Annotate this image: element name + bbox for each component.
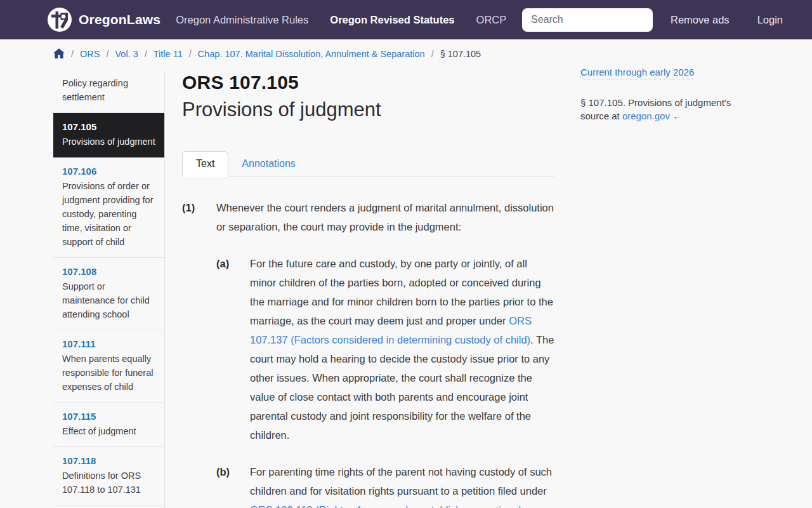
annotations-count-badge: 19 bbox=[298, 152, 324, 177]
tab-text[interactable]: Text bbox=[182, 151, 228, 177]
sidebar-item-107-111[interactable]: 107.111 When parents equally responsible… bbox=[53, 330, 164, 403]
nav-item-oregon-revised-statutes[interactable]: Oregon Revised Statutes bbox=[330, 14, 454, 26]
sidebar-item-107-118[interactable]: 107.118 Definitions for ORS 107.118 to 1… bbox=[53, 447, 164, 505]
sidebar-item-title: Provisions of order or judgment providin… bbox=[62, 181, 153, 247]
statute-content: ORS 107.105 Provisions of judgment Text … bbox=[182, 72, 554, 508]
sidebar-item-107-108[interactable]: 107.108 Support or maintenance for child… bbox=[53, 258, 164, 330]
source-note: § 107.105. Provisions of judgment's sour… bbox=[580, 96, 761, 123]
sidebar-item-title: Policy regarding settlement bbox=[62, 78, 128, 102]
breadcrumb-link-title-11[interactable]: Title 11 bbox=[154, 49, 183, 59]
breadcrumb-separator: / bbox=[145, 49, 147, 59]
link-ors-109-119[interactable]: ORS 109.119 (Rights of person who establ… bbox=[250, 504, 521, 508]
paragraph-1b: (b) For parenting time rights of the par… bbox=[216, 462, 554, 508]
tab-annotations[interactable]: Annotations bbox=[239, 152, 298, 177]
breadcrumb-separator: / bbox=[189, 49, 192, 59]
statute-sidebar: Policy regarding settlement 107.105 Prov… bbox=[53, 72, 165, 508]
sidebar-item-title: When parents equally responsible for fun… bbox=[62, 354, 153, 392]
sidebar-item-107-121[interactable]: 107.121 bbox=[53, 505, 164, 508]
sidebar-item-number: 107.108 bbox=[62, 265, 155, 278]
remove-ads-link[interactable]: Remove ads bbox=[671, 14, 730, 26]
breadcrumb-separator: / bbox=[431, 49, 434, 59]
sidebar-item-number: 107.111 bbox=[62, 337, 155, 351]
sidebar-item-title: Provisions of judgment bbox=[62, 137, 155, 147]
sidebar-item-number: 107.118 bbox=[62, 454, 155, 467]
paragraph-marker: (1) bbox=[182, 198, 216, 236]
breadcrumb-link-ors[interactable]: ORS bbox=[80, 49, 100, 59]
sidebar-item-number: 107.115 bbox=[62, 410, 155, 423]
home-icon[interactable] bbox=[53, 48, 65, 59]
sidebar-item-number: 107.106 bbox=[62, 164, 155, 178]
primary-nav: Oregon Administrative Rules Oregon Revis… bbox=[176, 14, 506, 26]
sidebar-item-107-106[interactable]: 107.106 Provisions of order or judgment … bbox=[53, 157, 164, 258]
sidebar-item-policy-regarding-settlement[interactable]: Policy regarding settlement bbox=[53, 72, 164, 113]
paragraph-1: (1) Whenever the court renders a judgmen… bbox=[182, 198, 554, 236]
nav-item-oregon-administrative-rules[interactable]: Oregon Administrative Rules bbox=[176, 14, 308, 26]
sidebar-item-title: Effect of judgment bbox=[62, 426, 136, 436]
search-input[interactable] bbox=[522, 8, 653, 32]
brand[interactable]: OregonLaws bbox=[47, 7, 160, 32]
breadcrumb-link-vol-3[interactable]: Vol. 3 bbox=[115, 49, 138, 59]
oregon-gov-link[interactable]: oregon.gov ← bbox=[622, 110, 682, 121]
paragraph-text: For parenting time rights of the parent … bbox=[250, 462, 554, 508]
sidebar-item-107-105[interactable]: 107.105 Provisions of judgment bbox=[53, 113, 164, 157]
breadcrumb-separator: / bbox=[71, 49, 74, 59]
sidebar-item-title: Support or maintenance for child attendi… bbox=[62, 281, 150, 319]
breadcrumb-separator: / bbox=[106, 49, 108, 59]
paragraph-text: Whenever the court renders a judgment of… bbox=[216, 198, 554, 236]
right-aside: Current through early 2026 § 107.105. Pr… bbox=[580, 67, 761, 123]
paragraph-text-run: For parenting time rights of the parent … bbox=[250, 466, 552, 497]
page-subtitle: Provisions of judgment bbox=[182, 98, 554, 121]
top-navbar: OregonLaws Oregon Administrative Rules O… bbox=[0, 0, 812, 39]
paragraph-text-run: Whenever the court renders a judgment of… bbox=[216, 202, 554, 232]
navbar-right: Remove ads Login bbox=[671, 14, 783, 26]
sidebar-item-title: Definitions for ORS 107.118 to 107.131 bbox=[62, 471, 141, 495]
brand-name[interactable]: OregonLaws bbox=[79, 12, 160, 27]
nav-item-orcp[interactable]: ORCP bbox=[476, 14, 507, 26]
content-tabs: Text Annotations 19 bbox=[182, 151, 554, 177]
statute-text: (1) Whenever the court renders a judgmen… bbox=[182, 198, 554, 508]
sidebar-item-number: 107.105 bbox=[62, 120, 155, 133]
breadcrumb-current: § 107.105 bbox=[440, 49, 481, 59]
oregonlaws-logo-icon bbox=[47, 7, 72, 32]
paragraph-text-run: . The court may hold a hearing to decide… bbox=[250, 334, 554, 441]
paragraph-text-run: For the future care and custody, by one … bbox=[250, 258, 553, 326]
sidebar-item-107-115[interactable]: 107.115 Effect of judgment bbox=[53, 403, 164, 447]
login-link[interactable]: Login bbox=[757, 14, 783, 26]
page-title: ORS 107.105 bbox=[182, 72, 554, 93]
current-through-link[interactable]: Current through early 2026 bbox=[580, 67, 694, 79]
paragraph-marker: (b) bbox=[216, 462, 250, 508]
breadcrumb: / ORS / Vol. 3 / Title 11 / Chap. 107. M… bbox=[0, 39, 812, 67]
paragraph-marker: (a) bbox=[216, 254, 250, 444]
paragraph-text: For the future care and custody, by one … bbox=[250, 254, 554, 444]
breadcrumb-link-chapter-107[interactable]: Chap. 107. Marital Dissolution, Annulmen… bbox=[198, 49, 425, 59]
paragraph-1a: (a) For the future care and custody, by … bbox=[216, 254, 554, 444]
